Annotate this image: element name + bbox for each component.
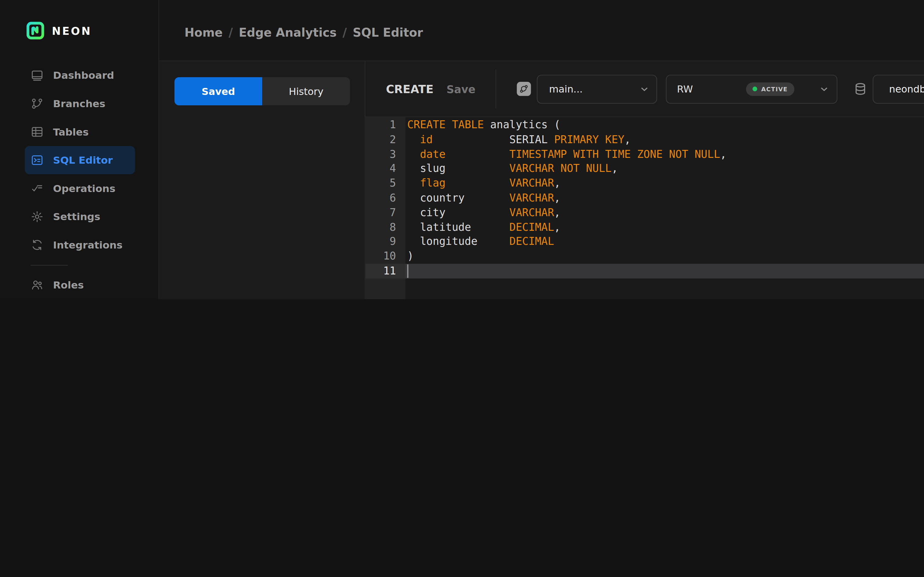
neon-logo-icon bbox=[27, 22, 44, 39]
code-token: , bbox=[611, 162, 618, 175]
tab-history[interactable]: History bbox=[262, 77, 350, 106]
sql-editor-icon bbox=[31, 153, 44, 166]
app-window: NEON DashboardBranchesTablesSQL EditorOp… bbox=[0, 0, 924, 299]
compute-value: RW bbox=[677, 83, 693, 95]
code-row: 6 country VARCHAR, bbox=[365, 191, 924, 205]
code-line: country VARCHAR, bbox=[405, 191, 924, 205]
status-badge: ACTIVE bbox=[746, 82, 794, 95]
save-button[interactable]: Save bbox=[446, 83, 475, 95]
sidebar-item-label: Tables bbox=[53, 126, 89, 138]
code-token: , bbox=[554, 177, 561, 189]
code-token: , bbox=[720, 147, 727, 160]
code-token: id bbox=[420, 133, 433, 145]
sidebar-item-settings[interactable]: Settings bbox=[25, 202, 135, 231]
saved-queries-list bbox=[159, 105, 365, 299]
text-cursor bbox=[407, 264, 409, 278]
integrations-icon bbox=[31, 239, 44, 251]
sidebar-item-dashboard[interactable]: Dashboard bbox=[25, 61, 135, 90]
roles-icon bbox=[31, 279, 44, 291]
code-token: , bbox=[554, 192, 561, 204]
sidebar-item-operations[interactable]: Operations bbox=[25, 174, 135, 203]
chevron-down-icon bbox=[819, 84, 829, 94]
breadcrumb-item-home[interactable]: Home bbox=[184, 25, 223, 39]
code-token: flag bbox=[420, 177, 446, 189]
code-row: 2 id SERIAL PRIMARY KEY, bbox=[365, 132, 924, 147]
breadcrumb-separator: / bbox=[229, 25, 233, 39]
sidebar: NEON DashboardBranchesTablesSQL EditorOp… bbox=[0, 0, 159, 299]
sidebar-item-integrations[interactable]: Integrations bbox=[25, 231, 135, 259]
sidebar-item-sql-editor[interactable]: SQL Editor bbox=[25, 146, 135, 174]
breadcrumb: Home/Edge Analytics/SQL Editor bbox=[159, 0, 924, 61]
code-token: VARCHAR bbox=[509, 206, 554, 219]
code-token: , bbox=[624, 133, 631, 145]
code-token bbox=[446, 147, 509, 160]
tables-icon bbox=[31, 126, 44, 138]
code-token: , bbox=[554, 221, 561, 233]
code-row: 5 flag VARCHAR, bbox=[365, 176, 924, 191]
code-token: DECIMAL bbox=[509, 235, 554, 248]
neon-logo[interactable]: NEON bbox=[0, 0, 158, 61]
line-number: 6 bbox=[365, 191, 405, 205]
sidebar-divider bbox=[31, 265, 68, 266]
branch-select[interactable]: main... bbox=[537, 74, 657, 103]
code-line: longitude DECIMAL bbox=[405, 234, 924, 249]
queries-panel: Saved History New Query bbox=[159, 61, 365, 299]
sidebar-item-roles[interactable]: Roles bbox=[25, 271, 135, 299]
line-number: 11 bbox=[365, 264, 405, 279]
sidebar-item-tables[interactable]: Tables bbox=[25, 118, 135, 146]
code-token: slug bbox=[407, 162, 509, 175]
database-select[interactable]: neondb bbox=[873, 74, 924, 103]
code-line: date TIMESTAMP WITH TIME ZONE NOT NULL, bbox=[405, 147, 924, 161]
line-number: 4 bbox=[365, 161, 405, 176]
code-token: VARCHAR bbox=[509, 177, 554, 189]
line-number: 10 bbox=[365, 249, 405, 264]
sidebar-item-label: Integrations bbox=[53, 239, 123, 251]
code-token bbox=[446, 177, 509, 189]
code-row: 9 longitude DECIMAL bbox=[365, 234, 924, 249]
code-row: 11 bbox=[365, 264, 924, 279]
code-token: analytics ( bbox=[484, 118, 561, 131]
line-number: 9 bbox=[365, 234, 405, 249]
sidebar-nav-secondary: RolesDatabases bbox=[0, 271, 158, 299]
code-line: flag VARCHAR, bbox=[405, 176, 924, 191]
database-value: neondb bbox=[889, 83, 924, 95]
code-token: latitude bbox=[407, 221, 509, 233]
code-token: TIMESTAMP WITH TIME ZONE NOT NULL bbox=[509, 147, 720, 160]
sidebar-item-label: Dashboard bbox=[53, 69, 114, 82]
sql-code-editor[interactable]: 1CREATE TABLE analytics (2 id SERIAL PRI… bbox=[365, 117, 924, 299]
settings-icon bbox=[31, 210, 44, 223]
line-number: 3 bbox=[365, 147, 405, 161]
branch-button[interactable] bbox=[517, 82, 531, 96]
status-dot-icon bbox=[752, 87, 757, 91]
code-row: 10) bbox=[365, 249, 924, 264]
sidebar-item-branches[interactable]: Branches bbox=[25, 89, 135, 118]
line-number: 1 bbox=[365, 118, 405, 132]
sidebar-item-label: Operations bbox=[53, 182, 115, 195]
sidebar-item-label: Roles bbox=[53, 279, 84, 291]
code-line: ) bbox=[405, 249, 924, 264]
sidebar-item-label: Settings bbox=[53, 211, 100, 222]
breadcrumb-item-edge-analytics[interactable]: Edge Analytics bbox=[239, 25, 336, 39]
breadcrumb-item-sql-editor[interactable]: SQL Editor bbox=[353, 25, 423, 39]
sidebar-item-label: SQL Editor bbox=[53, 154, 113, 166]
query-tabs: Saved History bbox=[174, 77, 350, 106]
git-branch-icon bbox=[519, 84, 528, 94]
code-token: PRIMARY KEY bbox=[554, 133, 624, 145]
line-number: 8 bbox=[365, 220, 405, 234]
sidebar-item-label: Branches bbox=[53, 98, 105, 110]
chevron-down-icon bbox=[639, 84, 649, 94]
code-line: CREATE TABLE analytics ( bbox=[405, 118, 924, 132]
compute-select[interactable]: RW ACTIVE bbox=[666, 74, 837, 103]
code-token: SERIAL bbox=[433, 133, 554, 145]
line-number: 7 bbox=[365, 205, 405, 220]
code-line: slug VARCHAR NOT NULL, bbox=[405, 161, 924, 176]
code-token bbox=[407, 133, 420, 145]
code-row: 8 latitude DECIMAL, bbox=[365, 220, 924, 234]
query-tab-create[interactable]: CREATE bbox=[386, 82, 434, 95]
code-row: 1CREATE TABLE analytics ( bbox=[365, 118, 924, 132]
tab-saved[interactable]: Saved bbox=[174, 77, 262, 106]
branch-value: main... bbox=[549, 83, 639, 95]
code-row: 4 slug VARCHAR NOT NULL, bbox=[365, 161, 924, 176]
editor-toolbar: CREATE Save main... bbox=[365, 61, 924, 117]
status-label: ACTIVE bbox=[761, 86, 788, 92]
